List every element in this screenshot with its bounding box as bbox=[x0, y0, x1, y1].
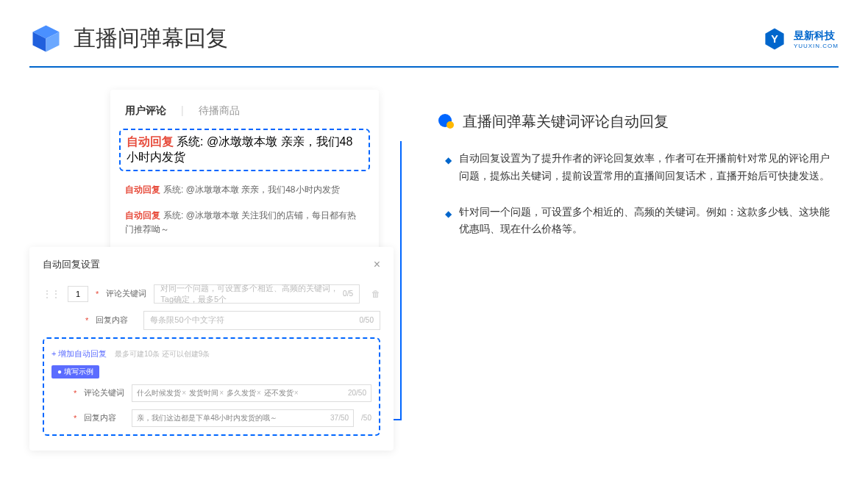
tab-products[interactable]: 待播商品 bbox=[199, 104, 240, 118]
comments-panel: 用户评论 | 待播商品 自动回复系统: @冰墩墩本墩 亲亲，我们48小时内发货 … bbox=[110, 90, 379, 258]
index-input[interactable] bbox=[68, 286, 88, 302]
example-keyword-input[interactable]: 什么时候发货× 发货时间× 多久发货× 还不发货× 20/50 bbox=[132, 384, 371, 402]
svg-text:Y: Y bbox=[771, 33, 778, 45]
brand-icon: Y bbox=[761, 26, 788, 52]
svg-point-5 bbox=[447, 121, 454, 129]
settings-title: 自动回复设置 bbox=[43, 258, 100, 271]
brand-name-cn: 昱新科技 bbox=[794, 29, 839, 43]
example-badge: ● 填写示例 bbox=[51, 365, 99, 378]
keyword-input[interactable]: 对同一个问题，可设置多个相近、高频的关键词，Tag确定，最多5个 0/5 bbox=[154, 284, 360, 304]
reply-label: 回复内容 bbox=[96, 315, 136, 326]
auto-reply-badge: 自动回复 bbox=[127, 135, 174, 148]
tab-comments[interactable]: 用户评论 bbox=[125, 104, 166, 118]
close-icon[interactable]: × bbox=[374, 258, 380, 271]
page-title: 直播间弹幕回复 bbox=[74, 24, 228, 54]
speech-icon bbox=[438, 113, 455, 131]
section-title: 直播间弹幕关键词评论自动回复 bbox=[463, 112, 669, 132]
drag-icon[interactable]: ⋮⋮ bbox=[43, 289, 60, 299]
header-divider bbox=[29, 66, 839, 68]
brand-logo: Y 昱新科技 YUUXIN.COM bbox=[761, 26, 839, 52]
brand-name-en: YUUXIN.COM bbox=[794, 43, 839, 49]
highlighted-comment: 自动回复系统: @冰墩墩本墩 亲亲，我们48小时内发货 bbox=[119, 129, 370, 171]
example-reply-input[interactable]: 亲，我们这边都是下单48小时内发货的哦～ 37/50 bbox=[132, 409, 354, 427]
bullet-item: ◆ 针对同一个问题，可设置多个相近的、高频的关键词。例如：这款多少钱、这块能优惠… bbox=[445, 204, 839, 239]
reply-input[interactable]: 每条限50个中文字符 0/50 bbox=[143, 311, 380, 330]
comment-row: 自动回复系统: @冰墩墩本墩 亲亲，我们48小时内发货 bbox=[110, 177, 379, 203]
add-reply-link[interactable]: + 增加自动回复 bbox=[51, 349, 107, 358]
diamond-icon: ◆ bbox=[445, 153, 452, 185]
example-section: + 增加自动回复 最多可建10条 还可以创建9条 ● 填写示例 * 评论关键词 … bbox=[43, 337, 380, 436]
comment-row: 自动回复系统: @冰墩墩本墩 关注我们的店铺，每日都有热门推荐呦～ bbox=[110, 203, 379, 243]
bullet-item: ◆ 自动回复设置为了提升作者的评论回复效率，作者可在开播前针对常见的评论用户问题… bbox=[445, 150, 839, 185]
delete-icon[interactable]: 🗑 bbox=[371, 289, 380, 299]
keyword-label: 评论关键词 bbox=[106, 288, 146, 299]
diamond-icon: ◆ bbox=[445, 207, 452, 239]
cube-icon bbox=[29, 22, 63, 55]
add-hint: 最多可建10条 还可以创建9条 bbox=[115, 350, 210, 358]
settings-panel: 自动回复设置 × ⋮⋮ * 评论关键词 对同一个问题，可设置多个相近、高频的关键… bbox=[29, 247, 394, 451]
